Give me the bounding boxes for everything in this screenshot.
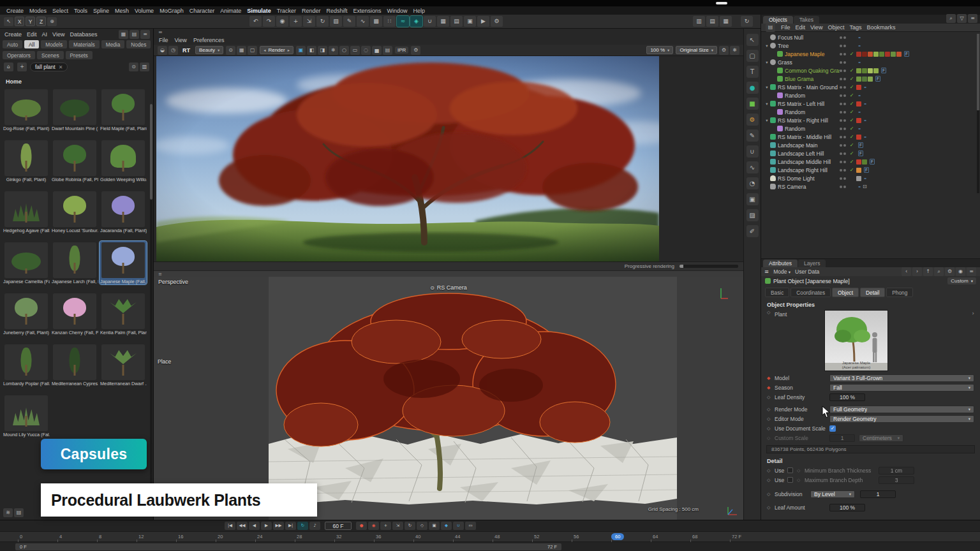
menu-item[interactable]: Create [4, 31, 22, 38]
visibility-toggles[interactable] [840, 177, 847, 180]
material-tags[interactable] [856, 135, 862, 140]
current-frame-field[interactable]: 60 F [325, 522, 352, 530]
record-rotation-icon[interactable]: ↻ [405, 522, 415, 530]
object-row[interactable]: Common Quaking Grass ✓ F [761, 66, 980, 75]
keyframe-dot[interactable]: ◆ [767, 385, 772, 390]
leaf-density-field[interactable]: 100 % [829, 393, 865, 401]
viewport-menu-strip[interactable]: ≡ [154, 270, 743, 277]
object-row[interactable]: Random ✓ [761, 124, 980, 133]
rt-toggle-button[interactable]: RT [179, 47, 193, 54]
plant-tile[interactable]: Honey Locust 'Sunbur... [51, 190, 98, 233]
object-row[interactable]: ▾ RS Matrix - Right Hill ✓ [761, 116, 980, 124]
render-settings-icon[interactable]: ⚙ [491, 16, 503, 27]
cube-icon[interactable]: ■ [746, 98, 759, 110]
timeline-ruler[interactable]: 04812162024283236404448525660646872 F [0, 531, 980, 542]
lock-view-icon[interactable]: ▣ [296, 46, 306, 55]
gear-icon[interactable]: ⚙ [411, 46, 420, 55]
layout-icon[interactable]: ▨ [746, 209, 759, 221]
spline-icon[interactable]: ∿ [357, 16, 369, 27]
lock-icon[interactable]: ◉ [956, 267, 965, 276]
object-row[interactable]: Landscape Right Hill ✓ F [761, 166, 980, 174]
visibility-toggles[interactable] [840, 128, 847, 130]
filter-chip[interactable]: Media [101, 40, 125, 48]
add-filter-icon[interactable]: + [17, 62, 27, 71]
field-tag[interactable] [858, 95, 861, 96]
history-icon[interactable]: ◷ [168, 46, 178, 55]
plant-tile[interactable]: Juneberry (Fall, Plant) [3, 292, 50, 335]
expander-icon[interactable]: › [972, 310, 974, 316]
sound-button[interactable]: ♪ [309, 522, 320, 530]
menu-item[interactable]: Databases [70, 31, 97, 38]
menu-item[interactable]: AI [42, 31, 48, 38]
pointer-icon[interactable]: ↖ [4, 17, 13, 26]
menu-item[interactable]: Animate [220, 8, 241, 14]
mograph-icon[interactable]: ∷ [383, 16, 396, 27]
enabled-check-icon[interactable]: ✓ [849, 84, 855, 90]
autokey-button[interactable]: ◉ [368, 522, 379, 530]
info-icon[interactable]: ≋ [3, 508, 13, 517]
menu-item[interactable]: Bookmarks [866, 24, 895, 31]
visibility-toggles[interactable] [840, 111, 847, 114]
material-tags[interactable] [856, 68, 879, 73]
menu-item[interactable]: Render [302, 8, 321, 14]
timeline-range-slider[interactable]: 0 F 72 F [15, 543, 561, 550]
field-tag[interactable] [864, 87, 866, 88]
menu-item[interactable]: File [781, 24, 791, 31]
layout-window-icon[interactable]: ▤ [706, 16, 718, 27]
plant-tile[interactable]: Lombardy Poplar (Fall... [3, 343, 50, 386]
search-input[interactable]: fall plant ✕ [30, 62, 68, 71]
section-tab[interactable]: Coordinates [791, 288, 831, 297]
parameter-dot[interactable]: ◇ [767, 426, 772, 431]
field-tag[interactable] [864, 136, 866, 138]
object-row[interactable]: ▾ Grass [761, 58, 980, 66]
enabled-check-icon[interactable]: ✓ [849, 101, 855, 107]
expand-arrow-icon[interactable]: ▾ [764, 60, 769, 65]
editor-mode-dropdown[interactable]: Render Geometry▾ [829, 415, 974, 423]
frame-icon[interactable]: ▢ [746, 50, 759, 62]
display-settings-icon[interactable]: ⚙ [719, 46, 729, 55]
filter-chip[interactable]: Operators [3, 51, 35, 59]
enabled-check-icon[interactable]: ✓ [849, 92, 855, 98]
move-tool-icon[interactable]: + [290, 16, 302, 27]
material-tags[interactable] [856, 168, 862, 173]
plant-tile[interactable]: Globe Robinia (Fall, Pl... [51, 139, 98, 182]
enabled-check-icon[interactable]: ✓ [849, 109, 855, 115]
forward-icon[interactable]: › [912, 267, 922, 276]
menu-item[interactable]: Create [6, 8, 24, 14]
back-icon[interactable]: ‹ [902, 267, 911, 276]
panel-menu-icon[interactable]: ≡ [764, 268, 769, 275]
frame-tick[interactable]: 52 [532, 534, 572, 540]
parameter-dot[interactable]: ◇ [767, 468, 772, 473]
object-row[interactable]: Random ✓ [761, 108, 980, 116]
plant-tile[interactable]: Jacaranda (Fall, Plant) [100, 190, 147, 233]
visibility-toggles[interactable] [840, 36, 847, 39]
visibility-toggles[interactable] [840, 161, 847, 163]
object-row[interactable]: ▾ RS Matrix - Main Ground ✓ [761, 83, 980, 91]
rotate-tool-icon[interactable]: ↻ [316, 16, 329, 27]
enabled-check-icon[interactable]: ✓ [849, 142, 855, 148]
snap-icon[interactable]: ∪ [424, 16, 436, 27]
frame-tick[interactable]: 8 [97, 534, 137, 540]
modeling-cube-icon[interactable]: ▧ [330, 16, 342, 27]
grid-icon[interactable]: ▦ [437, 16, 449, 27]
active-camera-label[interactable]: ⊙ RS Camera [430, 284, 467, 291]
parameter-dot[interactable]: ◇ [767, 492, 772, 497]
menu-item[interactable]: Character [189, 8, 215, 14]
loop-button[interactable]: ↻ [297, 522, 308, 530]
field-tag[interactable] [858, 112, 861, 113]
mode-dropdown[interactable]: Mode ▾ [773, 268, 791, 275]
plant-tile[interactable]: Golden Weeping Willo... [100, 139, 147, 182]
panel-menu-icon[interactable]: ≡ [158, 272, 162, 277]
ipr-button[interactable]: IPR [395, 47, 408, 54]
menu-item[interactable]: Volume [135, 8, 154, 14]
menu-item[interactable]: Edit [27, 31, 37, 38]
field-tag[interactable] [858, 128, 861, 129]
field-tag[interactable]: F [870, 159, 875, 165]
play-button[interactable]: ▶ [261, 522, 272, 530]
visibility-toggles[interactable] [840, 119, 847, 122]
frame-tick[interactable]: 16 [176, 534, 216, 540]
prev-key-button[interactable]: ◀◀ [237, 522, 248, 530]
menu-item[interactable]: Redshift [326, 8, 347, 14]
save-image-icon[interactable]: ◒ [158, 46, 167, 55]
next-render-icon[interactable]: ▸ [288, 48, 290, 53]
